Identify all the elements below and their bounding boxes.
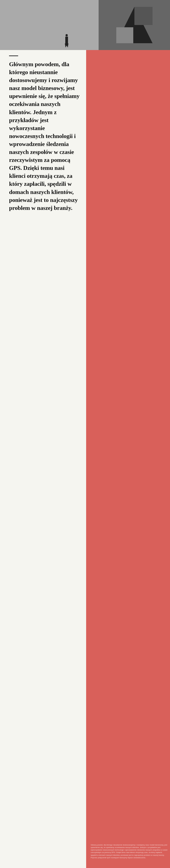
page-wrapper: Głównym powodem, dla którego nieustannie… bbox=[0, 0, 170, 868]
geometric-shape-icon bbox=[114, 4, 155, 45]
hero-bg-left bbox=[0, 0, 102, 50]
right-decorative-column: Główny powód, dla którego nieustannie do… bbox=[86, 50, 170, 868]
figure-silhouette-icon bbox=[65, 34, 69, 48]
hero-bg-right bbox=[98, 0, 170, 50]
section-divider bbox=[9, 56, 18, 56]
left-column: Głównym powodem, dla którego nieustannie… bbox=[0, 50, 86, 868]
footer-small-text: Główny powód, dla którego nieustannie do… bbox=[91, 844, 168, 859]
content-area: Głównym powodem, dla którego nieustannie… bbox=[0, 50, 170, 868]
hero-image bbox=[0, 0, 170, 50]
main-body-text: Głównym powodem, dla którego nieustannie… bbox=[9, 60, 80, 212]
svg-rect-1 bbox=[116, 27, 133, 43]
svg-rect-2 bbox=[134, 7, 153, 25]
